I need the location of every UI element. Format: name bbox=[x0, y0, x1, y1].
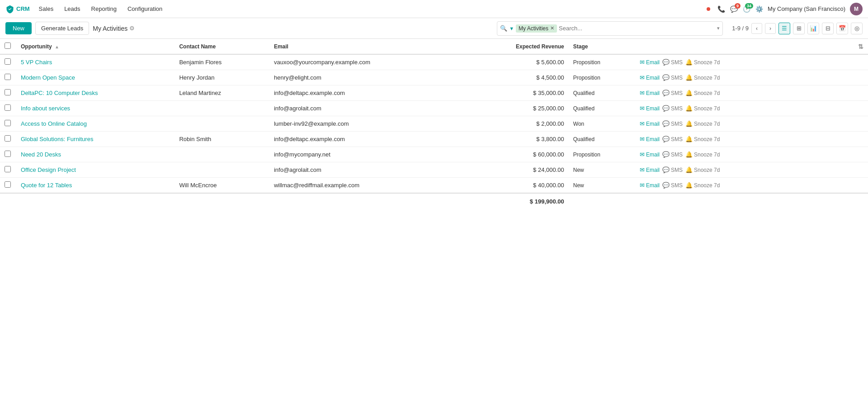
row-checkbox-cell[interactable] bbox=[0, 147, 16, 162]
row-checkbox[interactable] bbox=[5, 58, 11, 65]
opportunity-link[interactable]: Global Solutions: Furnitures bbox=[21, 136, 93, 142]
clock-icon[interactable]: 🕐 34 bbox=[742, 5, 750, 13]
opportunity-link[interactable]: Quote for 12 Tables bbox=[21, 182, 72, 189]
snooze-action-button[interactable]: 🔔 Snooze 7d bbox=[685, 59, 720, 66]
expected-revenue-header[interactable]: Expected Revenue bbox=[463, 39, 569, 54]
row-checkbox[interactable] bbox=[5, 74, 11, 80]
row-checkbox-cell[interactable] bbox=[0, 162, 16, 178]
sms-action-button[interactable]: 💬 SMS bbox=[662, 59, 683, 66]
snooze-action-button[interactable]: 🔔 Snooze 7d bbox=[685, 105, 720, 112]
search-dropdown-icon[interactable]: ▾ bbox=[717, 25, 720, 31]
sms-action-button[interactable]: 💬 SMS bbox=[662, 182, 683, 189]
email-action-button[interactable]: ✉ Email bbox=[640, 182, 660, 189]
snooze-action-button[interactable]: 🔔 Snooze 7d bbox=[685, 74, 720, 81]
search-input[interactable] bbox=[559, 25, 714, 32]
opportunity-link[interactable]: DeltaPC: 10 Computer Desks bbox=[21, 90, 98, 96]
opportunity-cell[interactable]: Need 20 Desks bbox=[16, 147, 175, 162]
snooze-action-button[interactable]: 🔔 Snooze 7d bbox=[685, 166, 720, 173]
nav-leads[interactable]: Leads bbox=[62, 5, 82, 12]
chat-icon[interactable]: 💬 9 bbox=[730, 5, 738, 13]
filter-settings-icon[interactable]: ⚙ bbox=[129, 25, 135, 32]
row-checkbox[interactable] bbox=[5, 104, 11, 111]
prev-page-button[interactable]: ‹ bbox=[751, 23, 762, 34]
list-view-button[interactable]: ☰ bbox=[778, 23, 790, 34]
row-checkbox[interactable] bbox=[5, 120, 11, 126]
phone-icon[interactable]: 📞 bbox=[717, 5, 725, 13]
email-action-button[interactable]: ✉ Email bbox=[640, 151, 660, 158]
row-checkbox[interactable] bbox=[5, 181, 11, 188]
row-checkbox-cell[interactable] bbox=[0, 85, 16, 101]
expected-revenue-cell: $ 25,000.00 bbox=[463, 101, 569, 116]
opportunity-link[interactable]: Access to Online Catalog bbox=[21, 120, 87, 127]
snooze-action-button[interactable]: 🔔 Snooze 7d bbox=[685, 182, 720, 189]
opportunity-cell[interactable]: DeltaPC: 10 Computer Desks bbox=[16, 85, 175, 101]
stage-header[interactable]: Stage bbox=[569, 39, 635, 54]
opportunity-link[interactable]: Modern Open Space bbox=[21, 74, 75, 81]
row-checkbox[interactable] bbox=[5, 166, 11, 172]
opportunity-cell[interactable]: Info about services bbox=[16, 101, 175, 116]
email-header[interactable]: Email bbox=[269, 39, 463, 54]
app-logo[interactable]: CRM bbox=[5, 5, 30, 14]
table-row: Quote for 12 Tables Will McEncroe willma… bbox=[0, 178, 868, 194]
graph-view-button[interactable]: 📊 bbox=[807, 23, 819, 34]
contact-name-header[interactable]: Contact Name bbox=[175, 39, 269, 54]
activity-view-button[interactable]: ◎ bbox=[851, 23, 863, 34]
opportunity-header[interactable]: Opportunity ▲ bbox=[16, 39, 175, 54]
email-action-button[interactable]: ✉ Email bbox=[640, 74, 660, 81]
filter-tag[interactable]: My Activities ✕ bbox=[516, 24, 557, 33]
kanban-view-button[interactable]: ⊞ bbox=[793, 23, 805, 34]
row-checkbox-cell[interactable] bbox=[0, 116, 16, 132]
sms-action-button[interactable]: 💬 SMS bbox=[662, 90, 683, 96]
email-action-button[interactable]: ✉ Email bbox=[640, 90, 660, 96]
row-checkbox[interactable] bbox=[5, 135, 11, 142]
sms-action-button[interactable]: 💬 SMS bbox=[662, 151, 683, 158]
nav-configuration[interactable]: Configuration bbox=[126, 5, 164, 12]
opportunity-cell[interactable]: Modern Open Space bbox=[16, 70, 175, 85]
opportunity-cell[interactable]: Global Solutions: Furnitures bbox=[16, 132, 175, 147]
sms-action-button[interactable]: 💬 SMS bbox=[662, 120, 683, 127]
new-button[interactable]: New bbox=[5, 22, 32, 34]
next-page-button[interactable]: › bbox=[765, 23, 776, 34]
opportunity-link[interactable]: 5 VP Chairs bbox=[21, 59, 52, 66]
calendar-view-button[interactable]: 📅 bbox=[836, 23, 848, 34]
email-action-button[interactable]: ✉ Email bbox=[640, 136, 660, 142]
opportunity-link[interactable]: Office Design Project bbox=[21, 166, 76, 173]
opportunity-cell[interactable]: Access to Online Catalog bbox=[16, 116, 175, 132]
opportunity-sort-icon[interactable]: ▲ bbox=[55, 44, 59, 49]
row-checkbox[interactable] bbox=[5, 89, 11, 95]
email-action-button[interactable]: ✉ Email bbox=[640, 59, 660, 66]
snooze-action-button[interactable]: 🔔 Snooze 7d bbox=[685, 90, 720, 96]
company-name[interactable]: My Company (San Francisco) bbox=[768, 5, 845, 12]
row-checkbox-cell[interactable] bbox=[0, 178, 16, 194]
sms-action-button[interactable]: 💬 SMS bbox=[662, 166, 683, 173]
opportunity-cell[interactable]: 5 VP Chairs bbox=[16, 54, 175, 70]
settings-icon[interactable]: ⚙️ bbox=[755, 5, 763, 13]
snooze-action-button[interactable]: 🔔 Snooze 7d bbox=[685, 136, 720, 142]
snooze-action-button[interactable]: 🔔 Snooze 7d bbox=[685, 120, 720, 127]
sms-action-button[interactable]: 💬 SMS bbox=[662, 136, 683, 142]
row-checkbox-cell[interactable] bbox=[0, 54, 16, 70]
nav-sales[interactable]: Sales bbox=[37, 5, 56, 12]
row-checkbox-cell[interactable] bbox=[0, 132, 16, 147]
opportunity-link[interactable]: Info about services bbox=[21, 105, 70, 112]
sms-action-button[interactable]: 💬 SMS bbox=[662, 74, 683, 81]
pivot-view-button[interactable]: ⊟ bbox=[822, 23, 834, 34]
snooze-action-button[interactable]: 🔔 Snooze 7d bbox=[685, 151, 720, 158]
opportunity-cell[interactable]: Office Design Project bbox=[16, 162, 175, 178]
column-settings-icon[interactable]: ⇅ bbox=[858, 43, 863, 50]
select-all-header[interactable] bbox=[0, 39, 16, 54]
select-all-checkbox[interactable] bbox=[5, 43, 11, 49]
opportunity-link[interactable]: Need 20 Desks bbox=[21, 151, 61, 158]
email-action-button[interactable]: ✉ Email bbox=[640, 120, 660, 127]
email-action-button[interactable]: ✉ Email bbox=[640, 166, 660, 173]
email-action-button[interactable]: ✉ Email bbox=[640, 105, 660, 112]
row-checkbox[interactable] bbox=[5, 151, 11, 157]
nav-reporting[interactable]: Reporting bbox=[90, 5, 118, 12]
avatar[interactable]: M bbox=[850, 3, 863, 15]
sms-action-button[interactable]: 💬 SMS bbox=[662, 105, 683, 112]
filter-tag-close[interactable]: ✕ bbox=[550, 25, 554, 31]
row-checkbox-cell[interactable] bbox=[0, 101, 16, 116]
generate-leads-button[interactable]: Generate Leads bbox=[35, 22, 89, 35]
row-checkbox-cell[interactable] bbox=[0, 70, 16, 85]
opportunity-cell[interactable]: Quote for 12 Tables bbox=[16, 178, 175, 194]
